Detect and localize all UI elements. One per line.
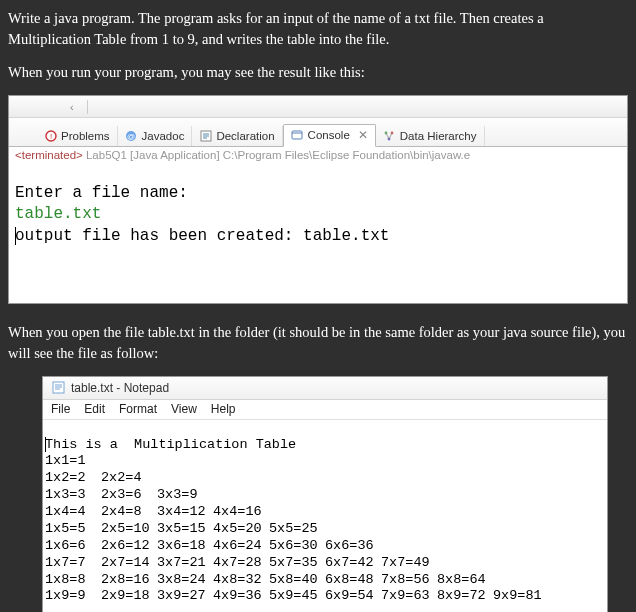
table-cell: 3x9=27 [157,588,213,605]
console-output: Enter a file name:table.txtoutput file h… [9,161,627,303]
console-status: <terminated> Lab5Q1 [Java Application] C… [9,147,627,161]
table-cell: 3x5=15 [157,521,213,538]
table-cell: 1x3=3 [45,487,101,504]
table-row: 1x8=82x8=163x8=244x8=325x8=406x8=487x8=5… [45,572,601,589]
table-cell: 2x5=10 [101,521,157,538]
table-cell: 2x6=12 [101,538,157,555]
svg-line-13 [386,133,389,139]
tab-data-hierarchy[interactable]: Data Hierarchy [376,126,485,146]
tab-declaration[interactable]: Declaration [192,126,282,146]
table-cell: 1x2=2 [45,470,101,487]
table-cell: 1x5=5 [45,521,101,538]
notepad-window: table.txt - Notepad File Edit Format Vie… [42,376,608,612]
console-line: Enter a file name: [15,183,621,205]
table-cell: 5x9=45 [269,588,325,605]
table-row: 1x9=92x9=183x9=274x9=365x9=456x9=547x9=6… [45,588,601,605]
table-row: 1x5=52x5=103x5=154x5=205x5=25 [45,521,601,538]
table-cell: 1x7=7 [45,555,101,572]
table-cell: 1x6=6 [45,538,101,555]
table-cell: 5x6=30 [269,538,325,555]
console-line: output file has been created: table.txt [15,226,621,248]
close-icon[interactable]: ✕ [358,128,368,142]
table-cell: 2x7=14 [101,555,157,572]
table-cell: 3x8=24 [157,572,213,589]
table-cell: 4x8=32 [213,572,269,589]
table-cell: 4x7=28 [213,555,269,572]
table-cell: 3x3=9 [157,487,213,504]
menu-format[interactable]: Format [119,402,157,416]
instruction-text-3: When you open the file table.txt in the … [8,322,628,364]
menu-file[interactable]: File [51,402,70,416]
console-icon [291,129,304,142]
table-cell: 4x9=36 [213,588,269,605]
table-cell: 4x4=16 [213,504,269,521]
tab-label: Javadoc [142,130,185,142]
table-cell: 5x7=35 [269,555,325,572]
table-cell: 1x8=8 [45,572,101,589]
table-cell: 2x3=6 [101,487,157,504]
tab-label: Declaration [216,130,274,142]
table-cell: 6x6=36 [325,538,381,555]
instruction-text-1: Write a java program. The program asks f… [8,8,628,50]
back-button[interactable]: ‹ [65,98,79,116]
tab-label: Console [308,129,350,141]
menu-edit[interactable]: Edit [84,402,105,416]
eclipse-console-panel: ‹ ! Problems @ Javadoc Declaration [8,95,628,304]
eclipse-toolbar: ‹ [9,96,627,118]
eclipse-tabs: ! Problems @ Javadoc Declaration [9,118,627,147]
table-cell: 3x6=18 [157,538,213,555]
tab-console[interactable]: Console ✕ [283,124,376,147]
file-line-header: This is a Multiplication Table [45,437,601,454]
table-cell: 3x7=21 [157,555,213,572]
hierarchy-icon [383,129,396,142]
table-row: 1x4=42x4=83x4=124x4=16 [45,504,601,521]
table-cell: 9x9=81 [493,588,549,605]
menu-help[interactable]: Help [211,402,236,416]
notepad-icon [51,381,65,395]
table-cell: 6x8=48 [325,572,381,589]
table-cell: 5x8=40 [269,572,325,589]
table-cell: 1x9=9 [45,588,101,605]
terminated-label: <terminated> [15,149,83,161]
table-cell: 5x5=25 [269,521,325,538]
table-row: 1x1=1 [45,453,601,470]
instruction-text-2: When you run your program, you may see t… [8,62,628,83]
tab-javadoc[interactable]: @ Javadoc [118,126,193,146]
table-cell: 1x1=1 [45,453,101,470]
table-cell: 7x8=56 [381,572,437,589]
table-cell: 2x2=4 [101,470,157,487]
tab-problems[interactable]: ! Problems [37,126,118,146]
declaration-icon [199,129,212,142]
notepad-titlebar: table.txt - Notepad [43,377,607,400]
svg-line-14 [389,133,392,139]
table-cell: 2x9=18 [101,588,157,605]
status-rest: Lab5Q1 [Java Application] C:\Program Fil… [83,149,470,161]
table-cell: 2x8=16 [101,572,157,589]
table-cell: 1x4=4 [45,504,101,521]
toolbar-divider [87,100,88,114]
svg-text:!: ! [49,132,51,141]
console-line-input: table.txt [15,204,621,226]
table-cell: 6x9=54 [325,588,381,605]
table-cell: 2x4=8 [101,504,157,521]
svg-text:@: @ [127,132,135,141]
problems-icon: ! [44,129,57,142]
table-row: 1x2=22x2=4 [45,470,601,487]
table-cell: 8x8=64 [437,572,493,589]
notepad-title-text: table.txt - Notepad [71,381,169,395]
svg-rect-8 [292,131,302,139]
table-row: 1x3=32x3=63x3=9 [45,487,601,504]
table-cell: 8x9=72 [437,588,493,605]
javadoc-icon: @ [125,129,138,142]
table-cell: 3x4=12 [157,504,213,521]
table-cell: 6x7=42 [325,555,381,572]
table-row: 1x7=72x7=143x7=214x7=285x7=356x7=427x7=4… [45,555,601,572]
table-cell: 7x9=63 [381,588,437,605]
table-cell: 7x7=49 [381,555,437,572]
tab-label: Problems [61,130,110,142]
notepad-content[interactable]: This is a Multiplication Table1x1=11x2=2… [43,420,607,612]
notepad-menu: File Edit Format View Help [43,400,607,420]
tab-label: Data Hierarchy [400,130,477,142]
table-cell: 4x6=24 [213,538,269,555]
menu-view[interactable]: View [171,402,197,416]
